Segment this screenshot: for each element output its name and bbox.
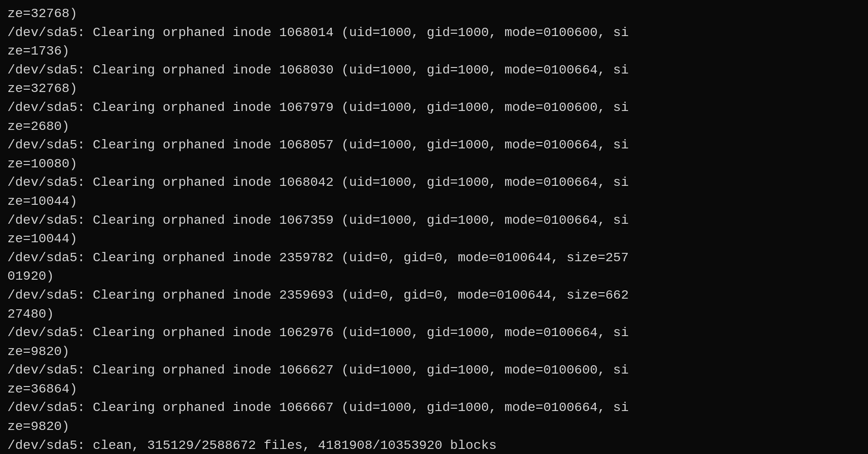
log-line: /dev/sda5: Clearing orphaned inode 10629… <box>7 324 861 343</box>
log-line: ze=10044) <box>7 192 861 211</box>
log-line: ze=36864) <box>7 380 861 399</box>
log-line: ze=2680) <box>7 117 861 136</box>
log-line: /dev/sda5: Clearing orphaned inode 23596… <box>7 286 861 305</box>
log-lines: ze=32768)/dev/sda5: Clearing orphaned in… <box>7 5 861 454</box>
log-line: ze=32768) <box>7 80 861 98</box>
terminal-screen: ze=32768)/dev/sda5: Clearing orphaned in… <box>7 5 861 454</box>
log-line: ze=9820) <box>7 417 861 436</box>
log-line: /dev/sda5: Clearing orphaned inode 10680… <box>7 61 861 80</box>
log-line: /dev/sda5: Clearing orphaned inode 10680… <box>7 136 861 155</box>
log-line: 27480) <box>7 305 861 324</box>
log-line: 01920) <box>7 267 861 286</box>
log-line: ze=10044) <box>7 230 861 249</box>
log-line: /dev/sda5: Clearing orphaned inode 10680… <box>7 173 861 192</box>
log-line: ze=9820) <box>7 343 861 362</box>
log-line: /dev/sda5: Clearing orphaned inode 23597… <box>7 249 861 268</box>
log-line: /dev/sda5: Clearing orphaned inode 10673… <box>7 211 861 230</box>
log-line: ze=32768) <box>7 5 861 24</box>
log-line: /dev/sda5: Clearing orphaned inode 10680… <box>7 24 861 43</box>
log-line: /dev/sda5: Clearing orphaned inode 10666… <box>7 399 861 417</box>
log-line: /dev/sda5: Clearing orphaned inode 10666… <box>7 361 861 380</box>
log-line: /dev/sda5: Clearing orphaned inode 10679… <box>7 98 861 117</box>
log-line: ze=10080) <box>7 155 861 174</box>
log-line: /dev/sda5: clean, 315129/2588672 files, … <box>7 436 861 454</box>
log-line: ze=1736) <box>7 42 861 61</box>
